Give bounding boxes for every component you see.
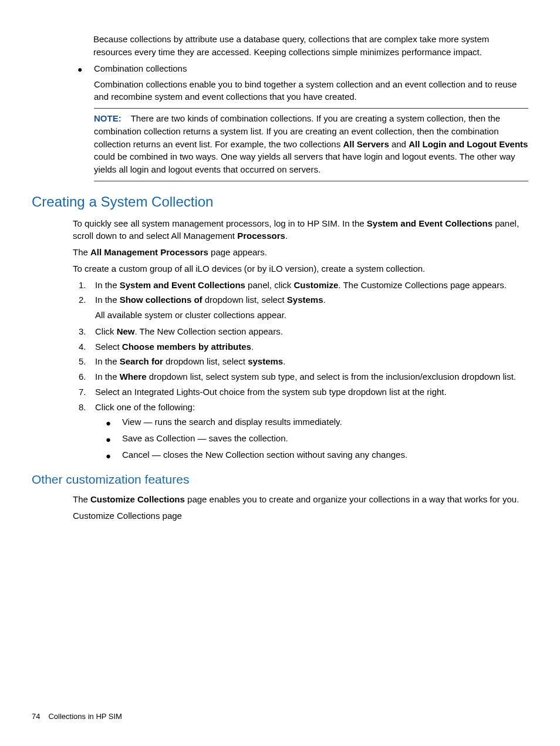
sec2-para-1: The Customize Collections page enables y… bbox=[73, 493, 528, 506]
step-6: 6. In the Where dropdown list, select sy… bbox=[79, 370, 528, 383]
step-8: 8. Click one of the following: bbox=[79, 401, 528, 414]
footer-title: Collections in HP SIM bbox=[48, 712, 122, 721]
page-number: 74 bbox=[32, 712, 40, 721]
heading-creating-system-collection: Creating a System Collection bbox=[32, 192, 528, 212]
step-3: 3. Click New. The New Collection section… bbox=[79, 325, 528, 338]
page-footer: 74Collections in HP SIM bbox=[32, 711, 122, 723]
step-8-sub-view: ● View — runs the search and display res… bbox=[106, 416, 528, 430]
note-text-2: and bbox=[389, 139, 409, 149]
note-bold-1: All Servers bbox=[343, 139, 389, 149]
combination-bullet: ● Combination collections bbox=[77, 62, 528, 76]
step-1: 1. In the System and Event Collections p… bbox=[79, 279, 528, 292]
note-text-3: could be combined in two ways. One way y… bbox=[94, 151, 515, 174]
sec1-para-3: To create a custom group of all iLO devi… bbox=[73, 262, 528, 275]
step-4: 4. Select Choose members by attributes. bbox=[79, 340, 528, 353]
note-box: NOTE:There are two kinds of combination … bbox=[94, 108, 528, 181]
note-bold-2: All Login and Logout Events bbox=[409, 139, 528, 149]
bullet-icon: ● bbox=[77, 62, 94, 76]
step-2: 2. In the Show collections of dropdown l… bbox=[79, 293, 528, 306]
intro-para-1: Because collections by attribute use a d… bbox=[93, 33, 528, 59]
step-7: 7. Select an Integrated Lights-Out choic… bbox=[79, 386, 528, 399]
step-8-sub-save: ● Save as Collection — saves the collect… bbox=[106, 432, 528, 446]
bullet-icon: ● bbox=[106, 416, 122, 430]
step-8-sub-cancel: ● Cancel — closes the New Collection sec… bbox=[106, 448, 528, 463]
bullet-label: Combination collections bbox=[94, 62, 528, 75]
bullet-icon: ● bbox=[106, 432, 122, 446]
step-2-sub: All available system or cluster collecti… bbox=[95, 309, 528, 322]
sec2-para-2: Customize Collections page bbox=[73, 509, 528, 522]
note-label: NOTE: bbox=[94, 113, 122, 123]
sec1-para-1: To quickly see all system management pro… bbox=[73, 217, 528, 243]
step-5: 5. In the Search for dropdown list, sele… bbox=[79, 355, 528, 368]
sec1-para-2: The All Management Processors page appea… bbox=[73, 246, 528, 259]
bullet-icon: ● bbox=[106, 448, 122, 463]
combination-description: Combination collections enable you to bi… bbox=[94, 78, 528, 104]
heading-other-customization: Other customization features bbox=[32, 471, 528, 488]
